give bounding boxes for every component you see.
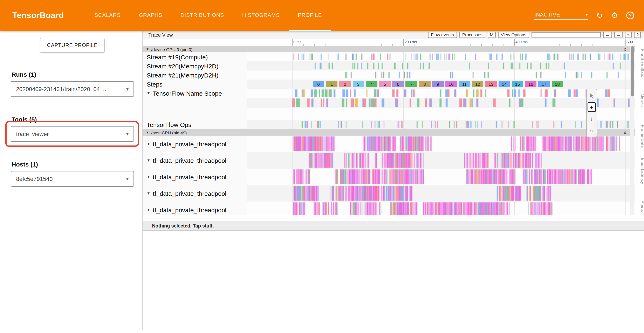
- tab-file-size-stats[interactable]: File Size Stats: [635, 49, 644, 77]
- ruler-tick-label: 200 ms: [404, 40, 417, 44]
- topbar-actions: INACTIVE ▾ ↻ ⚙ ?: [534, 0, 644, 31]
- chevron-down-icon: ▼: [147, 208, 150, 212]
- step-block[interactable]: 2: [339, 81, 351, 87]
- trace-search-input[interactable]: [532, 32, 601, 38]
- track-canvas-threadpool-5[interactable]: [247, 202, 644, 215]
- step-block[interactable]: 18: [552, 81, 563, 87]
- processes-button[interactable]: Processes: [460, 32, 485, 38]
- track-canvas-stream21[interactable]: [247, 70, 644, 80]
- tab-histograms[interactable]: HISTOGRAMS: [233, 0, 289, 31]
- step-block[interactable]: 6: [392, 81, 404, 87]
- app-title: TensorBoard: [12, 11, 64, 20]
- step-block[interactable]: 0: [313, 81, 324, 87]
- step-block[interactable]: 9: [432, 81, 444, 87]
- runs-select[interactable]: 20200409-231431/train/2020_04_... ▾: [11, 81, 134, 97]
- step-block[interactable]: 13: [485, 81, 497, 87]
- section-gpu-label: /device:GPU:0 (pid 0): [151, 47, 192, 52]
- trace-tool-palette: + ↓ ↔: [586, 88, 597, 137]
- track-canvas-stream20[interactable]: [247, 62, 644, 70]
- track-rows: ▼ /device:GPU:0 (pid 0) X Stream #19(Com…: [142, 46, 644, 215]
- chevron-down-icon: ▼: [146, 48, 149, 51]
- chevron-down-icon: ▾: [126, 86, 128, 92]
- section-cpu[interactable]: ▼ /host:CPU (pid 49) X: [142, 129, 644, 136]
- selection-tool-icon[interactable]: [588, 91, 596, 101]
- tools-select[interactable]: trace_viewer ▾: [11, 126, 134, 142]
- track-label: Stream #19(Compute): [147, 53, 208, 60]
- tab-graphs[interactable]: GRAPHS: [130, 0, 172, 31]
- status-dropdown[interactable]: INACTIVE ▾: [534, 11, 588, 20]
- trace-help-button[interactable]: ?: [634, 32, 641, 38]
- step-block[interactable]: 11: [458, 81, 470, 87]
- right-tab-strip: File Size Stats Metrics Frame Data Input…: [635, 39, 644, 215]
- step-block[interactable]: 3: [352, 81, 364, 87]
- pan-tool-icon[interactable]: ↔: [588, 125, 596, 135]
- close-section-icon[interactable]: X: [624, 47, 626, 52]
- help-icon[interactable]: ?: [626, 12, 634, 19]
- track-canvas-name-scope-2[interactable]: [247, 98, 644, 108]
- top-bar: TensorBoard SCALARS GRAPHS DISTRIBUTIONS…: [0, 0, 644, 31]
- find-next-button[interactable]: →: [614, 32, 623, 38]
- step-block[interactable]: 1: [326, 81, 338, 87]
- track-canvas-threadpool-1[interactable]: [247, 136, 644, 152]
- hosts-label: Hosts (1): [12, 161, 38, 168]
- refresh-icon[interactable]: ↻: [596, 12, 603, 19]
- tab-scalars[interactable]: SCALARS: [85, 0, 130, 31]
- tab-input-latency[interactable]: Input Latency: [635, 158, 644, 184]
- flow-events-button[interactable]: Flow events: [428, 32, 457, 38]
- section-gpu[interactable]: ▼ /device:GPU:0 (pid 0) X: [142, 46, 644, 52]
- tab-distributions[interactable]: DISTRIBUTIONS: [172, 0, 233, 31]
- track-row-tf-ops: TensorFlow Ops: [142, 120, 644, 129]
- capture-profile-button[interactable]: CAPTURE PROFILE: [40, 38, 105, 53]
- tab-alerts[interactable]: Alerts: [635, 201, 644, 212]
- track-canvas-threadpool-2[interactable]: [247, 152, 644, 168]
- track-canvas-tf-ops[interactable]: [247, 120, 644, 129]
- chevron-down-icon: ▾: [126, 176, 128, 182]
- zoom-tool-icon[interactable]: +: [588, 102, 596, 112]
- track-row-stream20: Stream #20(MemcpyH2D): [142, 62, 644, 70]
- metadata-button[interactable]: M: [488, 32, 496, 38]
- nav-tabs: SCALARS GRAPHS DISTRIBUTIONS HISTOGRAMS …: [85, 0, 331, 31]
- timing-tool-icon[interactable]: ↓: [588, 114, 596, 124]
- step-block[interactable]: 14: [498, 81, 510, 87]
- trace-scrollbar[interactable]: [630, 46, 634, 215]
- chevron-down-icon: ▼: [147, 142, 150, 146]
- track-label: tf_data_private_threadpool: [153, 190, 226, 197]
- step-block[interactable]: 10: [446, 81, 457, 87]
- step-block[interactable]: 17: [538, 81, 550, 87]
- track-row-threadpool-1: ▼tf_data_private_threadpool: [142, 136, 644, 152]
- track-label: Stream #21(MemcpyD2H): [147, 72, 218, 78]
- ruler-tick-label: 400 ms: [516, 40, 528, 44]
- timeline-ruler[interactable]: 0 ms200 ms400 ms600: [142, 39, 644, 46]
- track-canvas-stream19[interactable]: [247, 52, 644, 62]
- track-canvas-threadpool-4[interactable]: [247, 185, 644, 202]
- track-label: Steps: [147, 80, 162, 88]
- gear-icon[interactable]: ⚙: [611, 12, 618, 19]
- tab-frame-data[interactable]: Frame Data: [635, 125, 644, 148]
- more-button[interactable]: »: [625, 32, 632, 38]
- step-block[interactable]: 7: [406, 81, 417, 87]
- step-block[interactable]: 15: [512, 81, 523, 87]
- close-section-icon[interactable]: X: [624, 130, 626, 135]
- step-block[interactable]: 12: [472, 81, 484, 87]
- tab-metrics[interactable]: Metrics: [635, 94, 644, 108]
- view-options-button[interactable]: View Options: [498, 32, 529, 38]
- step-block[interactable]: 16: [525, 81, 536, 87]
- track-label: tf_data_private_threadpool: [153, 173, 226, 180]
- track-canvas-threadpool-3[interactable]: [247, 168, 644, 185]
- tools-select-value: trace_viewer: [16, 131, 49, 137]
- chevron-down-icon: ▾: [586, 12, 588, 17]
- track-row-spacer: [142, 108, 644, 120]
- chevron-down-icon: ▼: [147, 91, 150, 95]
- tab-profile[interactable]: PROFILE: [289, 0, 331, 31]
- track-row-name-scope-2: [142, 98, 644, 108]
- step-block[interactable]: 4: [366, 81, 378, 87]
- ruler-tick-label: 0 ms: [293, 40, 302, 44]
- hosts-select-value: 8efc5e791540: [16, 176, 53, 182]
- sidebar: CAPTURE PROFILE Runs (1) 20200409-231431…: [0, 31, 142, 333]
- step-block[interactable]: 5: [379, 81, 390, 87]
- step-block[interactable]: 8: [419, 81, 430, 87]
- hosts-select[interactable]: 8efc5e791540 ▾: [11, 171, 134, 187]
- scrollbar-thumb[interactable]: [631, 46, 634, 96]
- track-canvas-name-scope-1[interactable]: [247, 88, 644, 98]
- find-prev-button[interactable]: ←: [604, 32, 612, 38]
